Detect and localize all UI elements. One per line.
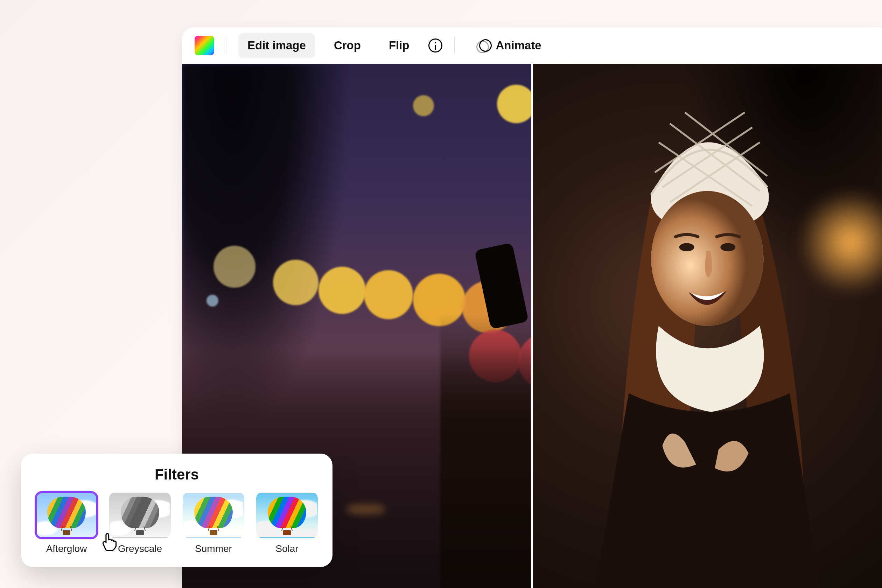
person-illustration xyxy=(533,64,882,588)
filter-option-summer[interactable]: Summer xyxy=(183,492,244,554)
svg-point-3 xyxy=(720,243,735,252)
filter-label: Summer xyxy=(195,543,232,554)
filter-option-greyscale[interactable]: Greyscale xyxy=(109,492,171,554)
filter-option-solar[interactable]: Solar xyxy=(256,492,318,554)
color-picker-swatch[interactable] xyxy=(195,36,214,55)
toolbar-separator xyxy=(454,37,454,54)
filters-panel-title: Filters xyxy=(36,466,317,483)
info-icon[interactable] xyxy=(428,39,442,52)
svg-point-2 xyxy=(680,243,694,252)
filter-label: Afterglow xyxy=(46,543,87,554)
image-toolbar: Edit image Crop Flip Animate xyxy=(182,27,882,64)
filter-label: Solar xyxy=(276,543,298,554)
filter-thumbnail xyxy=(36,492,97,538)
edit-image-button[interactable]: Edit image xyxy=(238,33,315,58)
filter-thumbnail xyxy=(256,492,318,538)
filters-panel: Filters Afterglow Greyscale xyxy=(21,454,333,567)
filter-thumbnail xyxy=(109,492,171,538)
filter-option-afterglow[interactable]: Afterglow xyxy=(36,492,97,554)
toolbar-separator xyxy=(226,37,226,54)
crop-label: Crop xyxy=(334,39,361,52)
animate-label: Animate xyxy=(496,39,542,52)
crop-button[interactable]: Crop xyxy=(325,33,370,58)
edit-image-label: Edit image xyxy=(248,39,306,52)
filter-label: Greyscale xyxy=(118,543,162,554)
flip-button[interactable]: Flip xyxy=(380,33,418,58)
animate-button[interactable]: Animate xyxy=(466,33,550,58)
filter-thumbnail xyxy=(183,492,244,538)
animate-icon xyxy=(476,39,490,52)
canvas-image-right[interactable] xyxy=(531,64,882,588)
filters-row: Afterglow Greyscale Summer xyxy=(36,492,317,554)
flip-label: Flip xyxy=(389,39,410,52)
